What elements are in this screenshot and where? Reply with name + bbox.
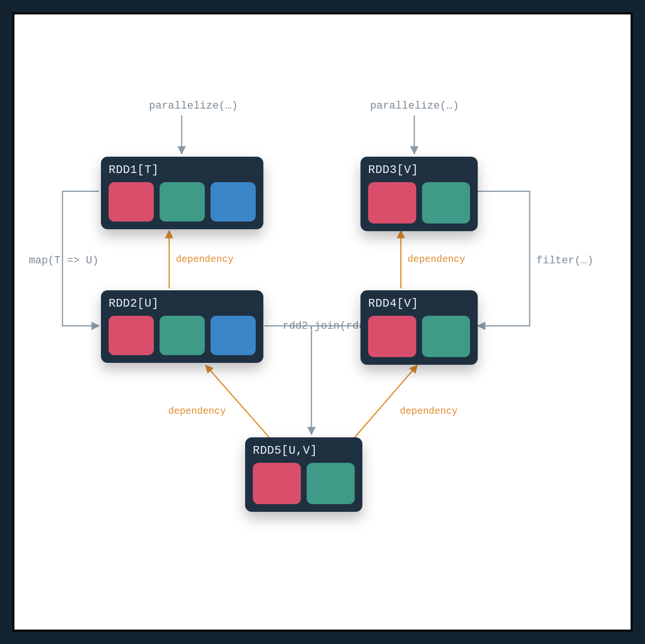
partitions [109,182,256,222]
arrow-dep-rdd5-rdd4 [355,365,417,437]
node-rdd2: RDD2[U] [101,290,263,363]
label-dependency-rdd5-rdd4: dependency [400,406,458,417]
node-rdd5: RDD5[U,V] [245,437,362,512]
page-frame: parallelize(…) parallelize(…) map(T => U… [0,0,645,644]
arrow-filter-rdd3-rdd4 [476,191,530,326]
partition-blue-icon [211,182,256,222]
label-map: map(T => U) [29,255,99,267]
partition-green-icon [422,316,470,357]
partition-green-icon [160,182,205,222]
partitions [368,316,470,357]
partition-green-icon [422,182,470,223]
node-title: RDD4[V] [368,297,470,310]
partition-red-icon [368,182,416,223]
label-filter: filter(…) [536,255,594,267]
partitions [109,316,256,355]
node-title: RDD3[V] [368,163,470,176]
node-title: RDD2[U] [109,297,256,310]
node-rdd1: RDD1[T] [101,157,263,229]
node-rdd3: RDD3[V] [360,157,478,231]
node-rdd4: RDD4[V] [360,290,478,365]
node-title: RDD1[T] [109,163,256,176]
label-parallelize-left: parallelize(…) [149,100,238,112]
arrow-join-rdd2-rdd4-rdd5 [264,326,359,434]
arrow-dep-rdd5-rdd2 [206,365,269,437]
label-dependency-rdd4-rdd3: dependency [408,254,465,265]
partitions [253,463,355,504]
partitions [368,182,470,223]
label-dependency-rdd2-rdd1: dependency [176,254,234,265]
partition-green-icon [307,463,355,504]
partition-red-icon [253,463,301,504]
partition-green-icon [160,316,205,355]
partition-red-icon [109,316,154,355]
label-dependency-rdd5-rdd2: dependency [168,406,226,417]
partition-blue-icon [211,316,256,355]
partition-red-icon [109,182,154,222]
node-title: RDD5[U,V] [253,444,355,457]
partition-red-icon [368,316,416,357]
diagram-canvas: parallelize(…) parallelize(…) map(T => U… [12,12,633,632]
label-parallelize-right: parallelize(…) [370,100,459,112]
